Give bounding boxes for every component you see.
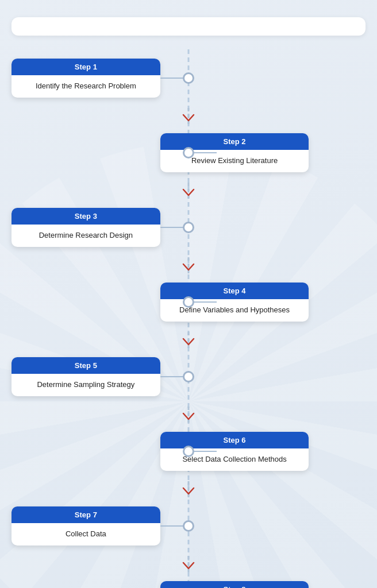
chevron-icon [182, 188, 195, 199]
chevron-icon [182, 412, 195, 423]
step-card-7: Step 7Collect Data [11, 506, 160, 545]
step-header-1: Step 1 [11, 59, 160, 75]
page-wrapper: Step 1Identify the Research Problem Step… [0, 0, 377, 588]
title-box [11, 17, 366, 36]
chevron-icon [182, 338, 195, 348]
step-body-1: Identify the Research Problem [11, 75, 160, 97]
node-1 [183, 72, 194, 84]
step-header-5: Step 5 [11, 357, 160, 374]
arrow-5 [11, 407, 366, 423]
step-body-5: Determine Sampling Strategy [11, 374, 160, 396]
node-2 [183, 147, 194, 158]
step-row-6: Step 6Select Data Collection Methods [11, 423, 366, 480]
step-row-8: Step 8Analyze Data [11, 572, 366, 588]
arrow-2 [11, 183, 366, 199]
step-row-5: Step 5Determine Sampling Strategy [11, 348, 366, 405]
step-card-8: Step 8Analyze Data [160, 581, 309, 588]
step-card-5: Step 5Determine Sampling Strategy [11, 357, 160, 396]
step-header-7: Step 7 [11, 506, 160, 523]
step-card-1: Step 1Identify the Research Problem [11, 59, 160, 97]
arrow-7 [11, 556, 366, 572]
step-header-3: Step 3 [11, 208, 160, 225]
step-header-8: Step 8 [160, 581, 309, 588]
step-row-2: Step 2Review Existing Literature [11, 124, 366, 181]
step-row-4: Step 4Define Variables and Hypotheses [11, 273, 366, 331]
step-card-3: Step 3Determine Research Design [11, 208, 160, 246]
node-4 [183, 296, 194, 308]
arrow-4 [11, 332, 366, 348]
step-body-3: Determine Research Design [11, 225, 160, 246]
node-5 [183, 371, 194, 382]
chevron-icon [182, 114, 195, 124]
chevron-icon [182, 487, 195, 497]
step-row-3: Step 3Determine Research Design [11, 199, 366, 256]
node-3 [183, 222, 194, 233]
chevron-icon [182, 562, 195, 572]
chevron-icon [182, 263, 195, 273]
node-6 [183, 446, 194, 457]
step-row-1: Step 1Identify the Research Problem [11, 49, 366, 107]
arrow-3 [11, 257, 366, 273]
arrow-6 [11, 481, 366, 497]
arrow-1 [11, 108, 366, 124]
node-7 [183, 520, 194, 532]
timeline-container: Step 1Identify the Research Problem Step… [11, 49, 366, 588]
step-body-7: Collect Data [11, 523, 160, 545]
step-row-7: Step 7Collect Data [11, 497, 366, 555]
